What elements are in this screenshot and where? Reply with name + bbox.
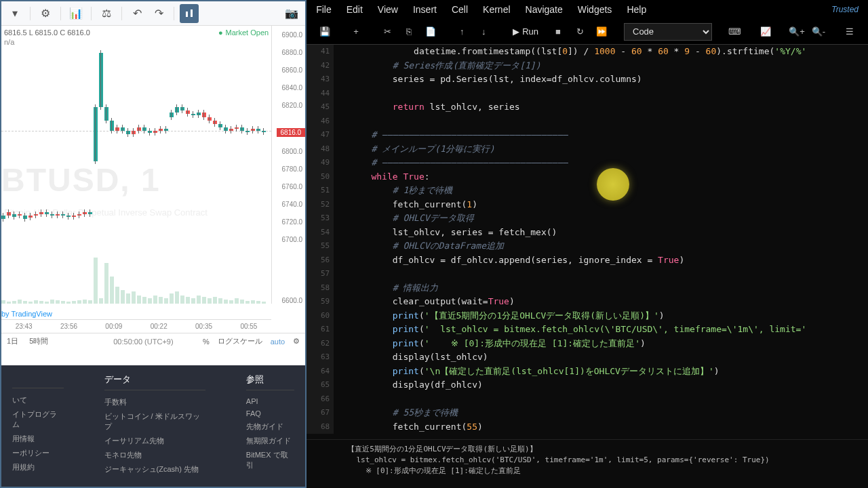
menu-insert[interactable]: Insert <box>413 4 437 15</box>
run-button[interactable]: ▶ Run <box>506 23 545 41</box>
command-palette-icon[interactable]: ⌨ <box>726 23 743 41</box>
menu-edit[interactable]: Edit <box>347 4 363 15</box>
camera-icon[interactable]: 📷 <box>282 4 301 23</box>
chart-area[interactable]: 6816.5 L 6815.0 C 6816.0 n/a Market Open… <box>1 26 305 365</box>
gear-icon[interactable]: ⚙ <box>293 337 300 346</box>
move-up-icon[interactable]: ↑ <box>453 23 471 41</box>
menu-cell[interactable]: Cell <box>452 4 468 15</box>
notebook-area[interactable]: 41 42 43 44 45 46 47 48 49 50 51 52 53 5… <box>307 45 868 488</box>
market-status: Market Open <box>218 28 269 37</box>
svg-rect-0 <box>186 12 188 17</box>
undo-icon[interactable]: ↶ <box>127 4 146 23</box>
svg-rect-1 <box>191 9 193 17</box>
interval-button[interactable]: ▾ <box>5 4 24 23</box>
restart-run-all-icon[interactable]: ⏩ <box>593 23 610 41</box>
stop-icon[interactable]: ■ <box>549 23 567 41</box>
ohlc-info: 6816.5 L 6815.0 C 6816.0 n/a <box>4 28 90 46</box>
menu-widgets[interactable]: Widgets <box>578 4 612 15</box>
candlestick-chart: BTUSD, 1 Bitcoin / US Dollar Perpetual I… <box>1 39 271 304</box>
indicators-icon[interactable]: 📊 <box>66 4 85 23</box>
chart-bottom-bar: 1日 5時間 00:50:00 (UTC+9) % ログスケール auto ⚙ <box>1 333 305 349</box>
zoom-in-icon[interactable]: 🔍+ <box>788 23 806 41</box>
cut-icon[interactable]: ✂ <box>378 23 396 41</box>
menu-help[interactable]: Help <box>627 4 646 15</box>
redo-icon[interactable]: ↷ <box>149 4 168 23</box>
menu-view[interactable]: View <box>378 4 398 15</box>
site-footer: いて イトプログラム 用情報 ーポリシー 用規約 データ 手数料 ビットコイン … <box>1 365 305 487</box>
cell-output: 【直近5期間分の1分足OHLCVデータ取得(新しい足順)】 lst_ohlcv … <box>307 439 868 481</box>
fullscreen-icon[interactable]: ⤢ <box>854 0 863 2</box>
compare-icon[interactable]: ⚖ <box>97 4 116 23</box>
menu-file[interactable]: File <box>316 4 332 15</box>
menu-kernel[interactable]: Kernel <box>483 4 510 15</box>
current-price-badge: 6816.0 <box>277 128 306 137</box>
chart-watermark: BTUSD, 1 <box>1 161 161 199</box>
chart-icon[interactable]: 📈 <box>757 23 774 41</box>
move-down-icon[interactable]: ↓ <box>475 23 492 41</box>
table-icon[interactable]: ☰ <box>841 23 859 41</box>
trusted-indicator: Trusted <box>831 5 859 14</box>
add-cell-icon[interactable]: + <box>347 23 365 41</box>
jupyter-toolbar: 💾 + ✂ ⎘ 📄 ↑ ↓ ▶ Run ■ ↻ ⏩ Code ⌨ 📈 🔍+ 🔍- <box>307 19 868 45</box>
chart-toolbar: ▾ ⚙ 📊 ⚖ ↶ ↷ 📷 <box>1 1 305 26</box>
menu-navigate[interactable]: Navigate <box>526 4 563 15</box>
paste-icon[interactable]: 📄 <box>422 23 439 41</box>
time-axis: 23:43 23:56 00:09 00:22 00:35 00:55 <box>1 319 271 333</box>
price-axis: 6900.0 6880.0 6860.0 6840.0 6820.0 6816.… <box>271 26 305 304</box>
zoom-out-icon[interactable]: 🔍- <box>810 23 827 41</box>
save-icon[interactable]: 💾 <box>316 23 334 41</box>
restart-icon[interactable]: ↻ <box>571 23 589 41</box>
chart-type-candle-icon[interactable] <box>180 4 199 23</box>
jupyter-notebook-panel: File Edit View Insert Cell Kernel Naviga… <box>307 0 868 488</box>
tradingview-link[interactable]: by TradingView <box>1 310 52 318</box>
settings-icon[interactable]: ⚙ <box>36 4 55 23</box>
cursor-highlight <box>597 168 629 201</box>
cell-type-select[interactable]: Code <box>624 23 712 41</box>
code-cell[interactable]: 41 42 43 44 45 46 47 48 49 50 51 52 53 5… <box>307 45 868 434</box>
trading-chart-panel: ⤢ ▾ ⚙ 📊 ⚖ ↶ ↷ 📷 6816.5 L 6815.0 C 6816.0… <box>0 0 307 488</box>
jupyter-menu-bar: File Edit View Insert Cell Kernel Naviga… <box>307 0 868 19</box>
copy-icon[interactable]: ⎘ <box>400 23 418 41</box>
